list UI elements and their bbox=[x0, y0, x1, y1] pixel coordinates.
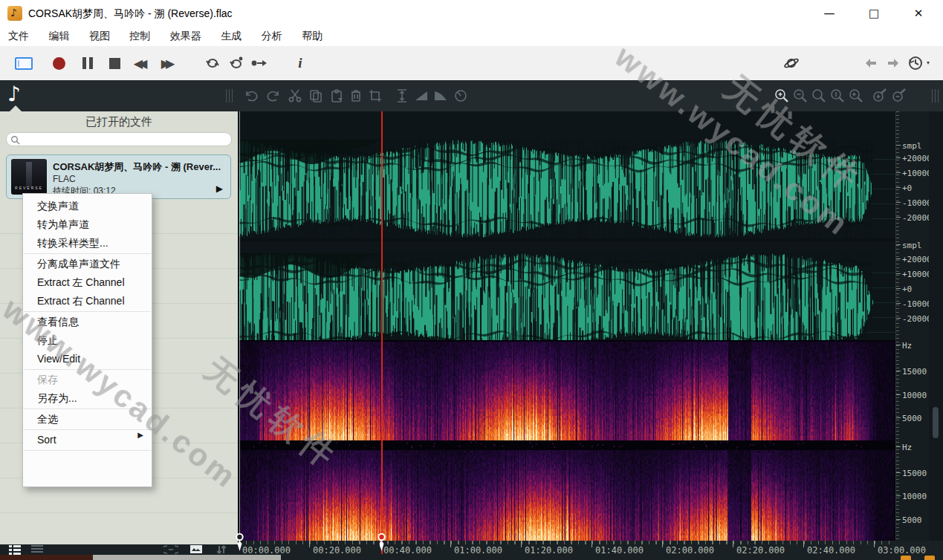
time-label: 01:40.000 bbox=[595, 545, 644, 556]
menu-item-save-as[interactable]: 另存为... bbox=[24, 389, 151, 408]
menu-file[interactable]: 文件 bbox=[0, 27, 37, 46]
fade-out-button[interactable] bbox=[431, 80, 450, 111]
redo-icon bbox=[266, 89, 281, 102]
cut-button[interactable] bbox=[285, 80, 305, 111]
taskbar-icon-sliver bbox=[901, 556, 911, 560]
playhead-line[interactable] bbox=[381, 111, 383, 554]
record-button[interactable] bbox=[49, 46, 68, 80]
minimize-button[interactable]: — bbox=[812, 0, 846, 27]
search-input[interactable] bbox=[6, 132, 232, 146]
start-marker-pin[interactable] bbox=[235, 533, 244, 552]
forward-arrow-icon bbox=[886, 58, 901, 68]
copy-button[interactable] bbox=[306, 80, 325, 111]
link-selection-button[interactable] bbox=[162, 543, 180, 556]
selection-tool-button[interactable] bbox=[13, 46, 35, 80]
close-button[interactable]: ✕ bbox=[901, 0, 936, 27]
menu-generate[interactable]: 生成 bbox=[213, 27, 250, 46]
crop-button[interactable] bbox=[366, 80, 385, 111]
list-view-button[interactable] bbox=[6, 543, 24, 556]
loop-once-button[interactable] bbox=[226, 46, 247, 80]
menu-analyze[interactable]: 分析 bbox=[253, 27, 291, 46]
menu-item-swap-channels[interactable]: 交换声道 bbox=[24, 197, 151, 215]
panel-title: 已打开的文件 bbox=[0, 115, 238, 129]
toolbar-drag-handle[interactable] bbox=[223, 80, 235, 111]
menu-item-stop[interactable]: 停止 bbox=[24, 331, 151, 350]
zoom-selection-button[interactable] bbox=[809, 80, 829, 111]
zoom-previous-icon bbox=[848, 88, 864, 104]
zoom-one-to-one-button[interactable] bbox=[828, 80, 847, 111]
toolbar-drag-handle-right[interactable] bbox=[929, 80, 941, 111]
delete-button[interactable] bbox=[346, 80, 366, 111]
sort-order-button[interactable] bbox=[213, 543, 230, 556]
scale-label: 5000 bbox=[902, 515, 922, 525]
taskbar-icon-sliver bbox=[924, 556, 935, 560]
menu-item-convert-sample-type[interactable]: 转换采样类型... bbox=[24, 234, 151, 253]
scale-label: -20000 bbox=[902, 213, 932, 223]
forward-button[interactable] bbox=[883, 46, 904, 80]
show-thumbnails-button[interactable] bbox=[187, 543, 205, 556]
menu-item-select-all[interactable]: 全选 bbox=[24, 410, 151, 429]
play-from-cursor-button[interactable] bbox=[249, 46, 270, 80]
time-label: 00:00.000 bbox=[242, 545, 291, 556]
album-art-caption: REVERSE bbox=[11, 186, 47, 190]
loop-button[interactable] bbox=[202, 46, 223, 80]
undo-button[interactable] bbox=[242, 80, 261, 111]
paste-button[interactable] bbox=[327, 80, 346, 111]
amplitude-frequency-scale[interactable]: smpl +20000 +10000 +0 -10000 -20000 smpl… bbox=[895, 111, 929, 541]
scissors-icon bbox=[288, 88, 302, 103]
fade-in-button[interactable] bbox=[412, 80, 431, 111]
fit-vertical-button[interactable] bbox=[392, 80, 412, 111]
scrollbar-thumb[interactable] bbox=[933, 407, 939, 438]
stop-icon bbox=[109, 58, 120, 69]
taskbar-sliver bbox=[93, 555, 281, 560]
zoom-out-button[interactable] bbox=[791, 80, 810, 111]
menu-item-split-to-mono-files[interactable]: 分离成单声道文件 bbox=[24, 255, 151, 273]
sidebar-tab-note-icon[interactable]: ♪ bbox=[7, 82, 21, 106]
pause-button[interactable] bbox=[78, 46, 97, 80]
menu-effects[interactable]: 效果器 bbox=[162, 27, 210, 46]
compact-view-button[interactable] bbox=[28, 543, 46, 556]
back-button[interactable] bbox=[861, 46, 881, 80]
stop-button[interactable] bbox=[105, 46, 124, 80]
history-button[interactable] bbox=[905, 46, 935, 80]
menu-item-convert-to-mono[interactable]: 转为单声道 bbox=[24, 215, 151, 234]
waveform-spectrogram-view[interactable] bbox=[238, 111, 895, 541]
paste-icon bbox=[329, 88, 344, 103]
gain-knob-button[interactable] bbox=[451, 80, 470, 111]
history-clock-icon bbox=[907, 55, 933, 71]
maximize-button[interactable]: □ bbox=[857, 0, 891, 27]
zoom-in-button[interactable] bbox=[772, 80, 791, 111]
zoom-previous-button[interactable] bbox=[846, 80, 866, 111]
menu-help[interactable]: 帮助 bbox=[294, 27, 331, 46]
menu-item-view-edit[interactable]: View/Edit bbox=[24, 350, 151, 368]
scale-label: 10000 bbox=[902, 492, 927, 501]
file-list-item[interactable]: REVERSE CORSAK胡梦周、马吟吟 - 溯 (Rever... FLAC… bbox=[6, 154, 231, 199]
info-button[interactable]: i bbox=[291, 46, 309, 80]
fast-forward-button[interactable]: ▶▶ bbox=[157, 46, 179, 80]
scale-label: smpl bbox=[902, 141, 922, 151]
menu-item-sort[interactable]: Sort▶ bbox=[24, 431, 151, 449]
file-format: FLAC bbox=[53, 174, 76, 184]
menu-item-extract-left-channel[interactable]: Extract 左 Channel bbox=[24, 273, 151, 292]
playhead-marker-pin[interactable] bbox=[377, 533, 386, 552]
rewind-button[interactable]: ◀◀ bbox=[129, 46, 152, 80]
time-label: 01:00.000 bbox=[454, 545, 502, 556]
vertical-scrollbar[interactable] bbox=[929, 111, 943, 541]
redo-button[interactable] bbox=[264, 80, 283, 111]
pen-nib-button[interactable] bbox=[781, 46, 802, 80]
vertical-zoom-out-button[interactable] bbox=[889, 80, 909, 111]
app-window: ♪ CORSAK胡梦周、马吟吟 - 溯 (Reverse).flac — □ ✕… bbox=[0, 0, 943, 560]
zoom-out-icon bbox=[792, 88, 808, 104]
scale-label: 5000 bbox=[902, 414, 922, 423]
link-icon bbox=[163, 544, 178, 555]
menu-edit[interactable]: 编辑 bbox=[40, 27, 77, 46]
menu-control[interactable]: 控制 bbox=[121, 27, 158, 46]
scale-label: 15000 bbox=[902, 367, 927, 377]
loop-once-icon bbox=[228, 56, 244, 71]
menu-item-view-info[interactable]: 查看信息 bbox=[24, 313, 151, 331]
scale-label: -20000 bbox=[902, 314, 932, 324]
vertical-zoom-in-button[interactable] bbox=[870, 80, 889, 111]
menu-item-extract-right-channel[interactable]: Extract 右 Channel bbox=[24, 292, 151, 310]
menu-view[interactable]: 视图 bbox=[81, 27, 118, 46]
crop-icon bbox=[368, 88, 383, 103]
